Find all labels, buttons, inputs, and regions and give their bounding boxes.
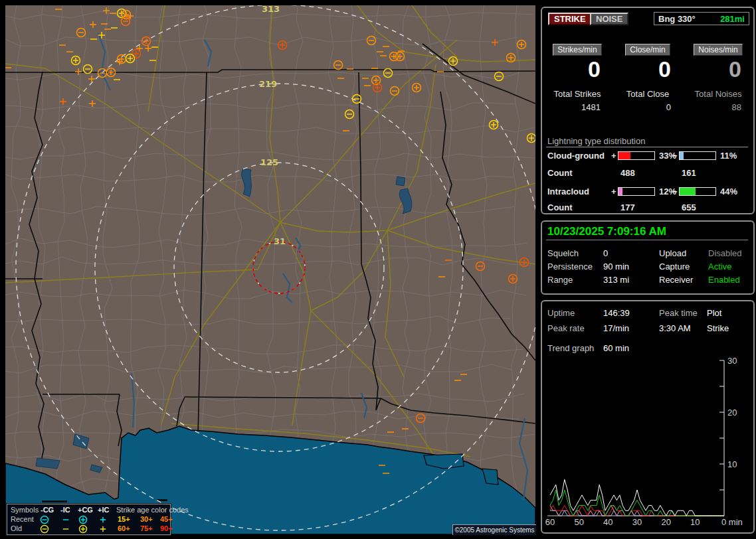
copyright-bar: ©2005 Astrogenic Systems [452, 524, 536, 535]
legend-col-pos-cg: +CG [78, 505, 93, 514]
x-tick-50: 50 [574, 517, 583, 527]
distribution-title: Lightning type distribution [547, 136, 645, 146]
datetime-display: 10/23/2025 7:09:16 AM [547, 225, 666, 238]
count-label: Count [547, 168, 573, 178]
cg-pos-count: 488 [620, 168, 635, 178]
minus-sign: − [672, 151, 678, 161]
persistence-label: Persistence [547, 262, 593, 271]
total-close-value: 0 [613, 102, 683, 112]
legend-age-title: Strike age color codes [116, 505, 189, 514]
cg-neg-bar [679, 151, 716, 160]
cloud-ground-row: Cloud-ground + 33% − 11% [542, 151, 753, 160]
total-strikes-value: 1481 [542, 102, 613, 112]
x-tick-0min: 0 min [721, 517, 743, 527]
peak-time-label: Peak time [659, 308, 698, 318]
noise-button[interactable]: NOISE [590, 13, 628, 25]
intracloud-row: Intracloud + 12% − 44% [542, 187, 753, 196]
range-label: Range [547, 275, 573, 285]
plus-sign: + [611, 187, 616, 196]
map-legend: Symbols -CG -IC +CG +IC Strike age color… [7, 504, 171, 535]
totals-row: Total Strikes 1481 Total Close 0 Total N… [542, 89, 753, 112]
receiver-value: Enabled [708, 275, 740, 285]
trend-panel: Uptime 146:39 Peak time Plot Peak rate 1… [541, 300, 755, 534]
cg-neg-pct: 11% [720, 151, 737, 161]
bearing-readout: Bng 330° 281mi [654, 12, 749, 25]
y-tick-10: 10 [727, 459, 737, 469]
legend-col-neg-ic: -IC [60, 505, 70, 514]
age-code-45+: 45+ [160, 514, 173, 524]
legend-header-row: Symbols -CG -IC +CG +IC Strike age color… [7, 505, 170, 514]
ic-pos-count: 177 [620, 202, 635, 212]
x-tick-30: 30 [632, 517, 642, 527]
minus-sign: − [672, 187, 678, 196]
legend-row-recent: Recent 15+30+45+ [7, 514, 170, 524]
age-code-90+: 90+ [160, 524, 173, 533]
cg-pos-bar [618, 151, 655, 160]
age-code-15+: 15+ [118, 514, 130, 524]
app-window: { "map": { "center": [412, 395], "ring_c… [0, 0, 756, 539]
x-tick-40: 40 [603, 517, 613, 527]
ic-neg-pct: 44% [720, 187, 737, 196]
uptime-label: Uptime [547, 308, 575, 318]
age-code-75+: 75+ [140, 524, 153, 533]
distribution-rule [546, 147, 748, 147]
squelch-label: Squelch [547, 248, 579, 258]
close-per-min-value: 0 [613, 57, 683, 81]
total-strikes-label: Total Strikes [542, 89, 613, 99]
ic-neg-count: 655 [682, 202, 696, 212]
datetime-rule [546, 240, 748, 240]
range-value: 313 mi [603, 275, 629, 285]
total-close-label: Total Close [613, 89, 683, 99]
bearing-label: Bng 330° [658, 14, 696, 24]
noises-per-min-value: 0 [683, 57, 753, 81]
plus-sign: + [611, 151, 616, 161]
plot-value: Plot [707, 308, 721, 318]
noises-per-min-button[interactable]: Noises/min [694, 44, 742, 56]
plot-mode-value: Strike [707, 323, 729, 333]
persistence-value: 90 min [603, 262, 629, 271]
ring-label-313: 313 [262, 5, 280, 14]
peak-rate-value: 17/min [603, 323, 629, 333]
close-per-min-button[interactable]: Close/min [625, 44, 670, 56]
trend-series--IC [550, 490, 724, 516]
lightning-map[interactable]: 31125219313 [5, 5, 535, 534]
age-code-30+: 30+ [140, 514, 153, 524]
legend-row-old: Old 60+75+90+ [7, 524, 170, 533]
receiver-label: Receiver [659, 275, 693, 285]
trend-graph: 1020306050403020100 min [542, 352, 753, 530]
y-tick-20: 20 [727, 408, 737, 418]
strikes-per-min-button[interactable]: Strikes/min [553, 44, 601, 56]
rate-counters: Strikes/min 0 Close/min 0 Noises/min 0 [542, 43, 753, 81]
squelch-value: 0 [603, 248, 608, 258]
status-panel: 10/23/2025 7:09:16 AM Squelch 0 Upload D… [541, 220, 755, 295]
total-noises-label: Total Noises [683, 89, 753, 99]
age-code-60+: 60+ [118, 524, 130, 533]
cg-neg-count: 161 [682, 168, 696, 178]
ring-label-219: 219 [259, 79, 277, 89]
x-tick-20: 20 [661, 517, 670, 527]
count-label: Count [547, 202, 573, 212]
upload-value: Disabled [708, 248, 742, 258]
total-noises-value: 88 [683, 102, 753, 112]
ic-neg-bar [679, 187, 716, 196]
legend-col-neg-cg: -CG [41, 505, 54, 514]
intracloud-label: Intracloud [547, 187, 589, 196]
legend-symbol-glyphs [7, 515, 114, 524]
ring-label-31: 31 [274, 236, 286, 246]
capture-value: Active [708, 262, 731, 271]
cloud-ground-label: Cloud-ground [547, 151, 605, 161]
map-canvas: 31125219313 [5, 5, 535, 534]
uptime-value: 146:39 [603, 308, 630, 318]
legend-col-pos-ic: +IC [98, 505, 109, 514]
noises-per-min-col: Noises/min 0 [683, 43, 753, 81]
peak-rate-label: Peak rate [547, 323, 585, 333]
ring-label-125: 125 [260, 157, 278, 167]
close-per-min-col: Close/min 0 [613, 43, 683, 81]
legend-symbol-glyphs [7, 524, 114, 534]
strike-button[interactable]: STRIKE [548, 13, 592, 25]
capture-label: Capture [659, 262, 690, 271]
x-tick-10: 10 [690, 517, 700, 527]
strikes-per-min-col: Strikes/min 0 [542, 43, 613, 81]
ic-pos-bar [618, 187, 655, 196]
strikes-per-min-value: 0 [542, 57, 613, 81]
